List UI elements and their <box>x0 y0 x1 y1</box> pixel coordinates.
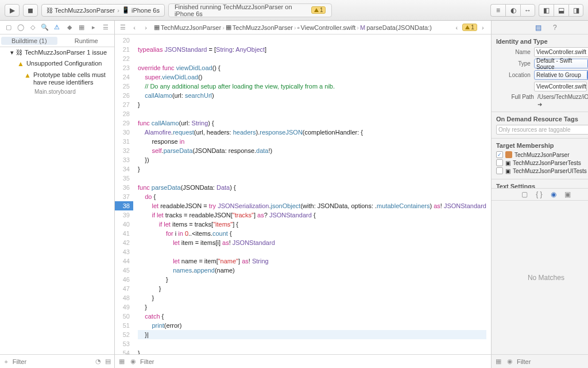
warning-icon <box>465 25 470 29</box>
tags-field: Only resources are taggable <box>496 125 588 135</box>
target-section: Target Membership TechMuzzJsonParser ▣Te… <box>492 139 588 179</box>
symbol-navigator-tab[interactable]: ◇ <box>28 22 38 33</box>
status-text: Finished running TechMuzzJsonParser on i… <box>175 3 311 17</box>
checkbox-icon[interactable] <box>496 167 503 174</box>
media-library-tab[interactable]: ▣ <box>564 190 571 198</box>
toggle-inspector-button[interactable]: ◨ <box>568 4 583 17</box>
mode-icon[interactable]: ◉ <box>505 358 514 365</box>
navigator-filter-bar: + ◔ ▤ <box>0 354 114 368</box>
target-row[interactable]: TechMuzzJsonParser <box>496 151 588 158</box>
code-content[interactable]: typealias JSONStandard = [String: AnyObj… <box>133 34 491 354</box>
inspector-panel: ▤ ? Identity and Type NameViewController… <box>492 21 588 368</box>
issue-navigator-tab[interactable]: ⚠ <box>52 22 62 33</box>
issue-count-badge[interactable]: 1 <box>462 24 477 31</box>
mode-icon[interactable]: ◉ <box>129 358 138 365</box>
warning-badge[interactable]: 1 <box>311 6 326 14</box>
scheme-project: TechMuzzJsonParser <box>55 7 115 14</box>
activity-viewer[interactable]: Finished running TechMuzzJsonParser on i… <box>168 3 332 17</box>
issue-project-row[interactable]: ▾ ⛓ TechMuzzJsonParser 1 issue <box>0 47 114 58</box>
chevron-right-icon: › <box>117 7 119 14</box>
identity-section: Identity and Type NameViewController.swi… <box>492 34 588 112</box>
find-navigator-tab[interactable]: 🔍 <box>40 22 50 33</box>
test-navigator-tab[interactable]: ◆ <box>64 22 75 33</box>
jump-path[interactable]: ▦ TechMuzzJsonParser › ▦ TechMuzzJsonPar… <box>152 24 434 31</box>
breakpoint-navigator-tab[interactable]: ▸ <box>88 22 99 33</box>
panel-toggle-group: ◧ ⬓ ◨ <box>539 4 583 17</box>
code-snippet-tab[interactable]: { } <box>536 190 542 198</box>
assistant-editor-button[interactable]: ◐ <box>505 4 520 17</box>
app-icon <box>505 151 512 158</box>
version-editor-button[interactable]: ↔ <box>520 4 535 17</box>
checkbox-icon[interactable] <box>496 151 503 158</box>
issues-list: ▾ ⛓ TechMuzzJsonParser 1 issue ▲ Unsuppo… <box>0 47 114 354</box>
location-select[interactable]: Relative to Group⌄ <box>534 70 588 80</box>
toggle-debug-button[interactable]: ⬓ <box>554 4 568 17</box>
code-editor[interactable]: 20 21 22 23 24 25 26 27 28 29 30 31 32 3… <box>115 34 491 354</box>
warning-icon: ▲ <box>24 71 31 79</box>
editor-panel: ☰ ‹ › ▦ TechMuzzJsonParser › ▦ TechMuzzJ… <box>115 21 492 368</box>
editor-bottom-bar: ▦ ◉ <box>115 354 491 368</box>
issue-item-row[interactable]: ▲ Prototype table cells must have reuse … <box>0 70 114 88</box>
issue-group-row[interactable]: ▲ Unsupported Configuration <box>0 58 114 70</box>
library-content: No Matches <box>492 201 588 354</box>
report-navigator-tab[interactable]: ☰ <box>100 22 111 33</box>
target-row[interactable]: ▣TechMuzzJsonParserTests <box>496 159 588 166</box>
name-field[interactable]: ViewController.swift <box>534 47 588 57</box>
warning-icon: ▲ <box>17 60 24 68</box>
debug-navigator-tab[interactable]: ▦ <box>76 22 87 33</box>
full-path-text: /Users/TechMuzz/iOSProjects/TechMuzzJson… <box>537 94 588 100</box>
stop-button[interactable]: ◼ <box>23 4 38 17</box>
grid-icon[interactable]: ▦ <box>117 358 126 365</box>
target-row[interactable]: ▣TechMuzzJsonParserUITests <box>496 167 588 174</box>
source-control-tab[interactable]: ◯ <box>16 22 26 33</box>
navigator-tabs: ▢ ◯ ◇ 🔍 ⚠ ◆ ▦ ▸ ☰ <box>0 21 114 34</box>
toolbar: ▶ ◼ ⛓ TechMuzzJsonParser › 📱 iPhone 6s F… <box>0 0 588 21</box>
scheme-selector[interactable]: ⛓ TechMuzzJsonParser › 📱 iPhone 6s <box>41 4 165 17</box>
related-items-button[interactable]: ☰ <box>117 22 129 33</box>
library-filter-bar: ▦ ◉ <box>492 354 588 368</box>
forward-button[interactable]: › <box>140 22 152 33</box>
quick-help-tab[interactable]: ? <box>553 24 557 32</box>
warning-icon <box>314 8 319 12</box>
file-inspector-tab[interactable]: ▤ <box>535 24 541 32</box>
text-settings-section: Text Settings Text EncodingDefault - Uni… <box>492 179 588 188</box>
project-navigator-tab[interactable]: ▢ <box>3 22 14 33</box>
checkbox-icon[interactable] <box>496 159 503 166</box>
prev-issue-button[interactable]: ‹ <box>451 22 462 33</box>
editor-mode-group: ≡ ◐ ↔ <box>490 4 535 17</box>
location-file: ViewController.swift <box>534 82 587 91</box>
line-gutter: 20 21 22 23 24 25 26 27 28 29 30 31 32 3… <box>115 34 133 354</box>
object-library-tab[interactable]: ◉ <box>551 190 556 198</box>
next-issue-button[interactable]: › <box>477 22 489 33</box>
filter-scope-icon[interactable]: ▤ <box>104 358 112 365</box>
navigator-filter-input[interactable] <box>13 358 92 365</box>
runtime-subtab[interactable]: Runtime <box>59 37 115 44</box>
type-select[interactable]: Default - Swift Source⌄ <box>534 59 588 68</box>
scheme-device: iPhone 6s <box>131 7 160 14</box>
run-button[interactable]: ▶ <box>5 4 20 17</box>
clock-icon[interactable]: ◔ <box>94 358 102 365</box>
toggle-navigator-button[interactable]: ◧ <box>539 4 554 17</box>
inspector-tabs: ▤ ? <box>492 21 588 34</box>
library-tabs: ▢ { } ◉ ▣ <box>492 188 588 201</box>
standard-editor-button[interactable]: ≡ <box>490 4 505 17</box>
issue-subtabs: Buildtime (1) Runtime <box>0 34 114 47</box>
editor-filter-input[interactable] <box>140 358 489 365</box>
add-icon[interactable]: + <box>2 358 10 365</box>
buildtime-subtab[interactable]: Buildtime (1) <box>1 37 57 45</box>
back-button[interactable]: ‹ <box>129 22 140 33</box>
reveal-button[interactable]: ➜ <box>537 101 542 108</box>
navigator-panel: ▢ ◯ ◇ 🔍 ⚠ ◆ ▦ ▸ ☰ Buildtime (1) Runtime … <box>0 21 115 368</box>
test-icon: ▣ <box>505 160 510 166</box>
issue-storyboard-label: Main.storyboard <box>0 89 114 95</box>
ondemand-section: On Demand Resource Tags Only resources a… <box>492 112 588 139</box>
library-filter-input[interactable] <box>517 358 588 365</box>
file-template-tab[interactable]: ▢ <box>521 190 528 198</box>
jump-bar: ☰ ‹ › ▦ TechMuzzJsonParser › ▦ TechMuzzJ… <box>115 21 491 34</box>
test-icon: ▣ <box>505 168 510 174</box>
grid-icon[interactable]: ▦ <box>494 358 503 365</box>
